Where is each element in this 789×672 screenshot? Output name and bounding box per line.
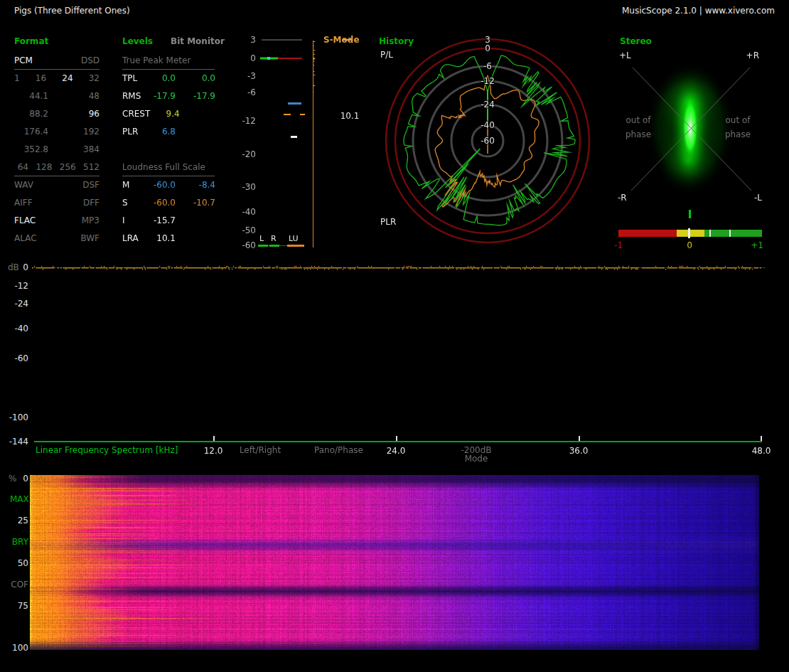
- format-container-row-wav: WAV DSF: [14, 181, 100, 190]
- format-dsd-rate-row: 64 128 256 512: [14, 163, 100, 172]
- correlation-zero-marker: [688, 228, 690, 238]
- format-dsd-512: 512: [78, 163, 100, 172]
- tpl-right-value: 0.0: [176, 74, 215, 83]
- stereo-corner-minus-l: -L: [748, 193, 762, 203]
- levels-row-i: I -15.7: [122, 216, 215, 225]
- format-rate-48: 48: [71, 92, 100, 101]
- meter-scale--3: -3: [235, 72, 256, 81]
- stereo-corner-minus-r: -R: [618, 193, 627, 203]
- i-label: I: [122, 216, 143, 225]
- smode-level-meter-chart: [224, 32, 370, 252]
- format-wav: WAV: [14, 181, 33, 190]
- meter-scale--50: -50: [235, 226, 256, 235]
- spectrogram-tick-0: 0: [10, 474, 28, 483]
- history-header: History: [379, 37, 414, 46]
- format-bits-16: 16: [36, 74, 46, 83]
- history-ring-0: 0: [475, 44, 500, 53]
- format-codec-pcm: PCM: [14, 56, 33, 65]
- correlation-bar-yellow: [677, 230, 704, 237]
- meter-scale--30: -30: [235, 183, 256, 192]
- spectrogram-heatmap: [30, 475, 759, 650]
- format-header: Format: [14, 37, 48, 46]
- meter-scale-0: 0: [235, 54, 256, 63]
- format-rate-352: 352.8: [14, 145, 48, 154]
- tpl-left-value: 0.0: [143, 74, 176, 83]
- levels-row-crest: CREST 9.4: [122, 110, 215, 119]
- history-ring--12: -12: [475, 77, 500, 85]
- divider: [122, 176, 215, 176]
- divider: [14, 176, 100, 176]
- tpl-label: TPL: [122, 74, 143, 83]
- correlation-tick-2: [729, 230, 731, 237]
- format-container-row-aiff: AIFF DFF: [14, 198, 100, 208]
- spectrum-xtick-24: 24.0: [384, 447, 408, 455]
- meter-scale-3: 3: [235, 36, 256, 45]
- format-rate-384: 384: [71, 145, 100, 154]
- m-right-value: -8.4: [176, 181, 215, 190]
- levels-row-lra: LRA 10.1: [122, 234, 215, 243]
- format-rate-row-352: 352.8 384: [14, 145, 100, 154]
- format-bwf: BWF: [80, 234, 100, 243]
- meter-scale--6: -6: [235, 88, 256, 97]
- spectrum-ytick--12: -12: [9, 282, 28, 290]
- crest-value: 9.4: [150, 110, 179, 119]
- crest-label: CREST: [122, 110, 150, 119]
- channel-label-l: L: [259, 234, 264, 243]
- meter-scale--20: -20: [235, 150, 256, 159]
- levels-row-s: S -60.0 -10.7: [122, 198, 215, 208]
- format-rate-row-176: 176.4 192: [14, 127, 100, 137]
- plr-label: PLR: [122, 127, 143, 137]
- levels-row-rms: RMS -17.9 -17.9: [122, 92, 215, 101]
- crest-value-right: [180, 110, 215, 119]
- stereo-header: Stereo: [620, 37, 652, 46]
- section-loudness-full-scale: Loudness Full Scale: [122, 163, 205, 172]
- history-ring--60: -60: [475, 137, 500, 145]
- format-container-row-flac: FLAC MP3: [14, 216, 100, 225]
- levels-header: Levels: [122, 37, 153, 46]
- mode-button-pano-phase[interactable]: Pano/Phase: [314, 446, 363, 454]
- correlation-min-label: -1: [614, 241, 623, 250]
- divider: [122, 69, 215, 70]
- spectrum-ytick--144: -144: [9, 437, 28, 446]
- spectrum-ytick--40: -40: [9, 324, 28, 333]
- format-aiff: AIFF: [14, 198, 33, 208]
- format-dsf: DSF: [82, 181, 100, 190]
- plr-value-right: [176, 127, 215, 137]
- history-ring--24: -24: [475, 100, 500, 109]
- format-flac: FLAC: [14, 216, 36, 225]
- s-right-value: -10.7: [176, 198, 215, 208]
- correlation-bar-red: [618, 230, 677, 237]
- m-label: M: [122, 181, 143, 190]
- spectrogram-tick-50: 50: [10, 559, 28, 567]
- channel-label-lu: LU: [289, 234, 299, 243]
- mode-button-200db[interactable]: -200dB Mode: [449, 446, 503, 463]
- section-true-peak-meter: True Peak Meter: [122, 56, 190, 65]
- i-value-right: [176, 216, 215, 225]
- format-rate-192: 192: [71, 127, 100, 137]
- musicscope-app: { "titlebar": { "title": "Pigs (Three Di…: [0, 0, 789, 672]
- divider: [14, 69, 100, 70]
- spectrogram-tick-100: 100: [10, 644, 28, 652]
- mode-button-left-right[interactable]: Left/Right: [237, 446, 284, 454]
- spectrum-xtick-48: 48.0: [749, 447, 773, 455]
- m-left-value: -60.0: [143, 181, 176, 190]
- format-bits-32: 32: [89, 74, 100, 83]
- format-codec-dsd: DSD: [81, 56, 100, 65]
- out-of-phase-right-2: phase: [722, 130, 753, 139]
- format-mp3: MP3: [82, 216, 100, 225]
- spectrogram-marker-max: MAX: [10, 495, 28, 503]
- history-plr-label: PLR: [380, 218, 396, 227]
- correlation-tick-1: [709, 230, 711, 237]
- format-alac: ALAC: [14, 234, 37, 243]
- format-codec-row: PCM DSD: [14, 56, 100, 65]
- format-rate-row-88: 88.2 96: [14, 110, 100, 119]
- format-rate-96: 96: [71, 110, 100, 119]
- goniometer-display: [608, 50, 778, 206]
- out-of-phase-left-1: out of: [623, 116, 654, 125]
- history-pl-label: P/L: [380, 50, 393, 60]
- tab-bit-monitor[interactable]: Bit Monitor: [171, 37, 225, 46]
- history-ring--40: -40: [475, 121, 500, 129]
- format-rate-44: 44.1: [14, 92, 48, 101]
- plr-value: 6.8: [143, 127, 176, 137]
- lra-label: LRA: [122, 234, 143, 243]
